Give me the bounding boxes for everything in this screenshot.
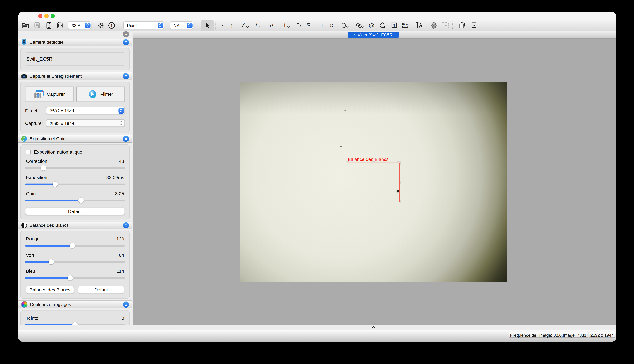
perpendicular-tool[interactable]: ⊥ bbox=[282, 20, 287, 31]
minimize-window-button[interactable] bbox=[44, 14, 49, 18]
stepper-icon[interactable] bbox=[158, 22, 163, 28]
slider-thumb[interactable] bbox=[68, 275, 73, 280]
polygon-tool[interactable] bbox=[379, 20, 386, 31]
slider-thumb[interactable] bbox=[70, 243, 75, 248]
measurements-icon[interactable] bbox=[416, 20, 423, 31]
panel-header-colors[interactable]: Couleurs et réglages bbox=[18, 300, 132, 308]
zoom-window-button[interactable] bbox=[50, 14, 55, 18]
scale-bar-tool[interactable]: 10um bbox=[402, 20, 409, 31]
stepper-icon[interactable] bbox=[186, 22, 192, 28]
slider-thumb[interactable] bbox=[78, 198, 84, 203]
line-tool[interactable]: / bbox=[256, 20, 257, 31]
text-tool[interactable]: T bbox=[391, 20, 397, 31]
stepper-icon[interactable] bbox=[118, 120, 124, 126]
collapse-panel-icon[interactable] bbox=[123, 39, 129, 45]
exposure-default-button[interactable]: Défaut bbox=[25, 208, 125, 215]
panel-header-white-balance[interactable]: Balance des Blancs bbox=[18, 221, 132, 229]
white-balance-default-button[interactable]: Défaut bbox=[78, 286, 124, 293]
capture-resolution-select[interactable]: 2592 x 1944 bbox=[46, 119, 125, 127]
camera-flash-icon[interactable] bbox=[46, 20, 52, 31]
play-orb-icon bbox=[88, 90, 97, 98]
correction-slider[interactable] bbox=[25, 165, 125, 170]
circle-tool[interactable]: ○ bbox=[330, 20, 334, 31]
panel-header-camera[interactable]: Caméra détectée bbox=[18, 38, 132, 46]
webcam-icon bbox=[21, 39, 27, 45]
bottom-panel-toggle-bar[interactable] bbox=[18, 324, 616, 330]
white-balance-roi-box[interactable] bbox=[347, 162, 400, 202]
angle-tool[interactable]: ∠ bbox=[241, 20, 246, 31]
roi-handle[interactable] bbox=[372, 200, 375, 203]
rectangle-tool[interactable]: □ bbox=[319, 20, 322, 31]
blue-value: 114 bbox=[117, 269, 124, 274]
cursor-tool[interactable] bbox=[204, 20, 210, 31]
roi-handle[interactable] bbox=[397, 161, 400, 165]
camera-timer-icon[interactable] bbox=[56, 20, 63, 31]
slider-thumb[interactable] bbox=[48, 259, 54, 264]
arc-tool[interactable] bbox=[296, 20, 302, 31]
zoom-select[interactable]: 33% bbox=[68, 21, 91, 29]
layers-icon[interactable] bbox=[430, 20, 437, 31]
live-resolution-label: Direct: bbox=[25, 108, 46, 113]
panel-header-capture[interactable]: Capture et Enregistrement bbox=[18, 72, 132, 80]
panel-title: Couleurs et réglages bbox=[30, 302, 120, 307]
concentric-circles-tool[interactable]: ◎ bbox=[369, 20, 374, 31]
capture-button[interactable]: Capturer bbox=[25, 86, 74, 102]
roi-handle[interactable] bbox=[346, 200, 349, 203]
copy-icon[interactable] bbox=[459, 20, 466, 31]
green-slider[interactable] bbox=[25, 259, 125, 264]
auto-exposure-checkbox[interactable] bbox=[26, 150, 31, 154]
collapse-panel-icon[interactable] bbox=[123, 73, 129, 79]
roi-handle[interactable] bbox=[397, 181, 400, 184]
tab-video[interactable]: × Vidéo[Swift_EC5R] bbox=[348, 31, 399, 38]
slider-thumb[interactable] bbox=[41, 165, 46, 170]
unit-value: Pixel bbox=[127, 23, 137, 28]
red-slider[interactable] bbox=[25, 243, 125, 248]
blue-slider[interactable] bbox=[25, 275, 125, 280]
title-bar[interactable] bbox=[18, 12, 616, 20]
stepper-icon[interactable] bbox=[85, 22, 90, 28]
exposure-slider[interactable] bbox=[25, 182, 125, 187]
camera-device-name[interactable]: Swift_EC5R bbox=[23, 53, 127, 65]
ellipse-tool[interactable] bbox=[341, 20, 346, 31]
stepper-icon[interactable] bbox=[118, 108, 124, 114]
video-canvas[interactable]: Balance des Blancs bbox=[132, 39, 616, 325]
point-tool[interactable]: • bbox=[222, 20, 223, 31]
export-icon[interactable] bbox=[471, 20, 477, 31]
collapse-panel-icon[interactable] bbox=[123, 222, 129, 228]
open-file-icon[interactable] bbox=[22, 20, 29, 31]
arrow-tool[interactable]: ↑ bbox=[230, 20, 234, 31]
info-icon[interactable]: i bbox=[108, 20, 115, 31]
collapse-sidebar-icon[interactable]: « bbox=[123, 31, 129, 37]
live-video-frame[interactable]: Balance des Blancs bbox=[240, 82, 507, 282]
save-icon bbox=[34, 20, 40, 31]
settings-gear-icon[interactable] bbox=[97, 20, 104, 31]
app-window: 33% i Pixel NA • bbox=[18, 12, 616, 342]
slider-thumb[interactable] bbox=[52, 182, 58, 187]
roi-handle[interactable] bbox=[397, 200, 400, 203]
roi-handle[interactable] bbox=[372, 161, 375, 165]
collapse-panel-icon[interactable] bbox=[123, 301, 129, 308]
correction-label: Correction bbox=[26, 159, 48, 164]
white-balance-button[interactable]: Balance des Blancs bbox=[26, 286, 74, 293]
na-select[interactable]: NA bbox=[170, 21, 193, 29]
record-button[interactable]: Filmer bbox=[76, 86, 125, 102]
zoom-value: 33% bbox=[72, 23, 80, 28]
curve-tool[interactable]: S bbox=[306, 20, 310, 31]
svg-text:CSV: CSV bbox=[443, 24, 448, 27]
frame-info-status: Fréquence de l'Image: 30.0,Image: 7831 bbox=[508, 332, 588, 338]
collapse-bottom-icon[interactable] bbox=[371, 326, 376, 329]
tab-label: Vidéo[Swift_EC5R] bbox=[358, 32, 394, 37]
live-resolution-select[interactable]: 2592 x 1944 bbox=[46, 107, 125, 114]
roi-handle[interactable] bbox=[346, 161, 349, 165]
tab-close-icon[interactable]: × bbox=[353, 32, 356, 37]
gain-slider[interactable] bbox=[25, 198, 125, 203]
roi-handle[interactable] bbox=[346, 181, 349, 184]
white-balance-icon bbox=[21, 222, 27, 228]
unit-select[interactable]: Pixel bbox=[123, 21, 164, 29]
parallel-lines-tool[interactable]: // bbox=[270, 20, 274, 31]
svg-text:10um: 10um bbox=[402, 22, 408, 26]
collapse-panel-icon[interactable] bbox=[123, 136, 129, 142]
two-circles-tool[interactable] bbox=[356, 20, 362, 31]
close-window-button[interactable] bbox=[38, 14, 42, 18]
panel-header-exposure[interactable]: Exposition et Gain bbox=[18, 134, 132, 143]
